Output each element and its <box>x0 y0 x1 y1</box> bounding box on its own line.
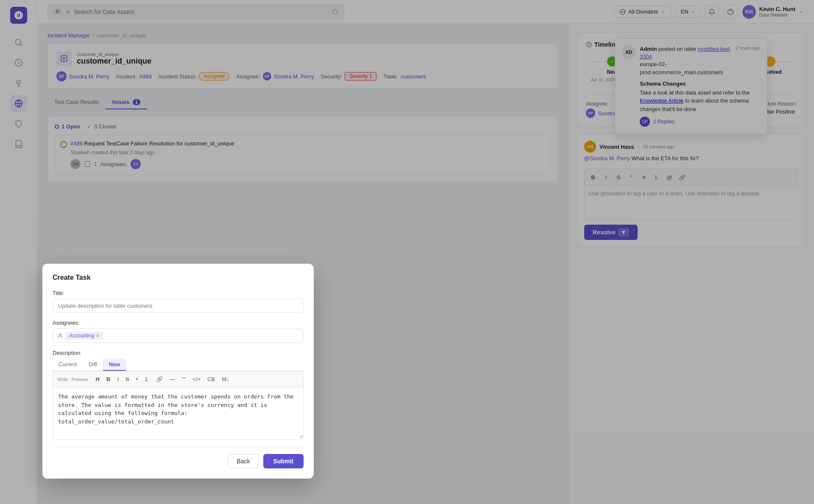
quote-btn2[interactable]: "" <box>179 375 188 384</box>
hr-btn[interactable]: — <box>167 375 178 384</box>
assignee-tag: Accounting × <box>66 331 103 340</box>
desc-tabs: Current Diff New <box>53 359 304 371</box>
desc-editor-container: Write Preview H B I S • 1. 🔗 — "" </> CB… <box>53 371 304 440</box>
assignees-field-group: Assignees: Accounting × <box>53 320 304 343</box>
desc-tab-new[interactable]: New <box>103 359 126 371</box>
code-btn[interactable]: </> <box>190 375 203 384</box>
write-tab-label[interactable]: Write <box>57 377 68 382</box>
preview-tab-label[interactable]: Preview <box>71 377 88 382</box>
link-btn2[interactable]: 🔗 <box>153 375 165 384</box>
assignees-label: Assignees: <box>53 320 304 326</box>
title-input[interactable] <box>53 299 304 313</box>
user-icon <box>57 333 63 339</box>
italic-btn2[interactable]: I <box>114 375 121 384</box>
md-btn[interactable]: M↓ <box>219 375 231 384</box>
tag-remove-btn[interactable]: × <box>96 332 99 339</box>
back-button[interactable]: Back <box>228 454 259 468</box>
cb-btn[interactable]: CB <box>205 375 217 384</box>
submit-button[interactable]: Submit <box>263 454 304 468</box>
desc-tab-diff[interactable]: Diff <box>83 359 103 371</box>
description-field-group: Description: Current Diff New Write Prev… <box>53 350 304 440</box>
bold-btn2[interactable]: B <box>104 375 113 384</box>
modal-footer: Back Submit <box>53 447 304 468</box>
strike-btn2[interactable]: S <box>123 375 132 384</box>
desc-toolbar: Write Preview H B I S • 1. 🔗 — "" </> CB… <box>53 371 303 387</box>
ul-btn2[interactable]: • <box>134 375 141 384</box>
heading-btn[interactable]: H <box>93 375 102 384</box>
ol-btn2[interactable]: 1. <box>142 375 152 384</box>
create-task-modal: Create Task Title: Assignees: Accounting… <box>42 264 314 479</box>
desc-label: Description: <box>53 350 304 356</box>
modal-title: Create Task <box>53 274 304 281</box>
desc-tab-current[interactable]: Current <box>53 359 83 371</box>
assignees-input[interactable]: Accounting × <box>53 329 304 343</box>
title-field-group: Title: <box>53 290 304 313</box>
description-textarea[interactable]: The average amount of money that the cus… <box>53 387 303 438</box>
svg-point-10 <box>59 334 61 336</box>
title-label: Title: <box>53 290 304 296</box>
modal-overlay: Create Task Title: Assignees: Accounting… <box>0 0 814 504</box>
